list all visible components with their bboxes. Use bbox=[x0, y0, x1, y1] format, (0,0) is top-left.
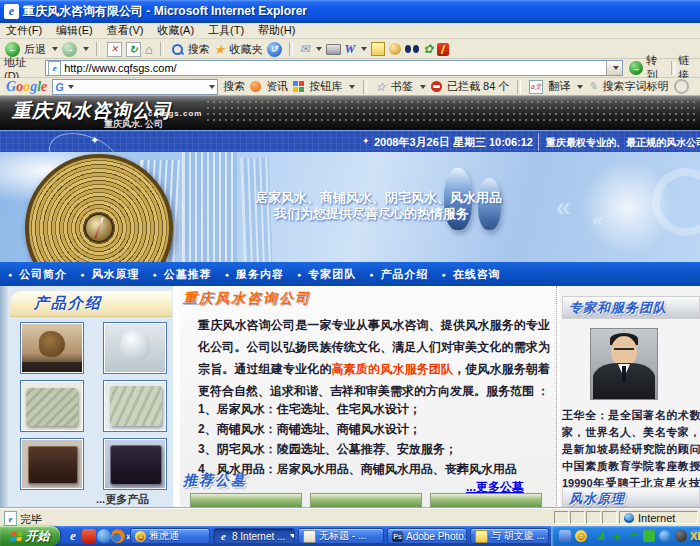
popup-blocker-icon[interactable] bbox=[431, 81, 442, 92]
print-icon[interactable] bbox=[326, 44, 341, 55]
go-icon[interactable]: → bbox=[629, 61, 643, 75]
mail-dropdown-icon[interactable] bbox=[316, 47, 322, 51]
blocked-count[interactable]: 已拦截 84 个 bbox=[447, 79, 509, 94]
forward-icon[interactable]: → bbox=[62, 42, 77, 57]
page-content: 产品介绍 ...更多产品 重庆风水咨询公司 重庆风水咨询公司是一家专业从事风水咨… bbox=[0, 286, 700, 508]
nav-item-online-consult[interactable]: ●在线咨询 bbox=[441, 267, 500, 282]
start-button[interactable]: 开始 bbox=[0, 526, 60, 546]
address-url[interactable]: http://www.cqfsgs.com/ bbox=[64, 62, 176, 74]
tray-hand-icon[interactable] bbox=[559, 530, 571, 542]
translate-label[interactable]: 翻译 bbox=[548, 79, 570, 94]
mail-icon[interactable]: ✉ bbox=[300, 42, 310, 56]
ie-window: e 重庆风水咨询有限公司 - Microsoft Internet Explor… bbox=[0, 0, 700, 546]
translate-dropdown-icon[interactable] bbox=[577, 85, 583, 89]
tray-dark-icon[interactable] bbox=[675, 530, 687, 542]
quicklaunch-thunder-icon[interactable] bbox=[82, 529, 96, 543]
messenger-icon[interactable] bbox=[371, 42, 385, 56]
tray-umbrella-icon[interactable]: ☂ bbox=[627, 530, 639, 542]
google-g-dropdown-icon[interactable] bbox=[68, 85, 74, 89]
translate-icon[interactable]: a文 bbox=[529, 80, 543, 94]
back-dropdown-icon[interactable] bbox=[52, 47, 58, 51]
edit-dropdown-icon[interactable] bbox=[361, 47, 367, 51]
tray-globe-icon[interactable] bbox=[659, 530, 671, 542]
task-yahoo-messenger[interactable]: ☺ 雅虎通 bbox=[130, 528, 210, 544]
menu-edit[interactable]: 编辑(E) bbox=[56, 23, 93, 38]
menu-file[interactable]: 文件(F) bbox=[6, 23, 42, 38]
menu-favorites[interactable]: 收藏(A) bbox=[157, 23, 194, 38]
button-gallery-dropdown-icon[interactable] bbox=[349, 85, 355, 89]
google-search-button[interactable]: 搜索 bbox=[223, 79, 245, 94]
edit-word-icon[interactable]: W bbox=[345, 42, 356, 57]
tray-smiley-icon[interactable]: ☺ bbox=[575, 530, 587, 542]
favorites-label[interactable]: 收藏夹 bbox=[230, 42, 263, 57]
badge-icon[interactable] bbox=[389, 43, 401, 55]
news-icon[interactable] bbox=[250, 81, 261, 92]
tray-person-icon[interactable]: ♟ bbox=[595, 530, 607, 542]
cemetery-photo[interactable] bbox=[310, 493, 422, 508]
task-ie-group[interactable]: e 8 Internet ... bbox=[213, 528, 295, 544]
more-products-link[interactable]: ...更多产品 bbox=[96, 492, 149, 507]
sparkle-icon: ✦ bbox=[90, 134, 99, 147]
product-thumbnail-jade-box[interactable] bbox=[103, 380, 167, 432]
home-icon[interactable]: ⌂ bbox=[145, 42, 153, 57]
title-bar: e 重庆风水咨询有限公司 - Microsoft Internet Explor… bbox=[0, 0, 700, 23]
favorites-star-icon[interactable]: ★ bbox=[214, 42, 226, 57]
search-icon[interactable] bbox=[171, 43, 184, 56]
menu-help[interactable]: 帮助(H) bbox=[258, 23, 295, 38]
menu-tools[interactable]: 工具(T) bbox=[208, 23, 244, 38]
product-thumbnail-wooden-urn[interactable] bbox=[103, 438, 167, 490]
stop-icon[interactable]: ✕ bbox=[107, 42, 122, 57]
cemetery-photo[interactable] bbox=[190, 493, 302, 508]
button-gallery-label[interactable]: 按钮库 bbox=[309, 79, 342, 94]
news-label[interactable]: 资讯 bbox=[266, 79, 288, 94]
service-item: 3、阴宅风水：陵园选址、公墓推荐、安放服务； bbox=[198, 439, 550, 459]
tray-square-icon[interactable] bbox=[643, 530, 655, 542]
nav-item-cemetery-recommend[interactable]: ●公墓推荐 bbox=[152, 267, 211, 282]
date-time-text: 2008年3月26日 星期三 10:06:12 bbox=[374, 135, 533, 150]
document-icon bbox=[303, 530, 316, 543]
highlight-pen-icon[interactable]: ✎ bbox=[588, 80, 597, 93]
button-gallery-icon[interactable] bbox=[293, 81, 304, 92]
address-input[interactable]: e http://www.cqfsgs.com/ bbox=[45, 60, 623, 76]
page-icon: e bbox=[48, 61, 61, 76]
bookmarks-label[interactable]: 书签 bbox=[391, 79, 413, 94]
quicklaunch-qq-icon[interactable] bbox=[97, 529, 111, 543]
task-chat-window[interactable]: 与 胡文慶 ... bbox=[470, 528, 549, 544]
tray-clover-icon[interactable]: ♣ bbox=[611, 530, 623, 542]
cemetery-photo[interactable] bbox=[430, 493, 542, 508]
thunder-download-icon[interactable] bbox=[437, 43, 449, 56]
quicklaunch-ie-icon[interactable]: e bbox=[66, 529, 80, 543]
nav-item-company-profile[interactable]: ●公司简介 bbox=[8, 267, 67, 282]
chat-note-icon bbox=[475, 530, 488, 543]
search-label[interactable]: 搜索 bbox=[188, 42, 210, 57]
product-thumbnail-crystal[interactable] bbox=[103, 322, 167, 374]
task-untitled-doc[interactable]: 无标题 - ... bbox=[298, 528, 384, 544]
arrow-art: « bbox=[592, 208, 603, 231]
settings-icon[interactable] bbox=[674, 79, 689, 94]
tray-thunder-icon[interactable]: XL bbox=[691, 530, 700, 542]
page-left-edge bbox=[0, 286, 8, 508]
article-paragraph: 重庆风水咨询公司是一家专业从事风水咨询、提供风水服务的专业化公司。公司以弘扬民族… bbox=[198, 314, 550, 402]
nav-item-expert-team[interactable]: ●专家团队 bbox=[297, 267, 356, 282]
google-input-dropdown-icon[interactable] bbox=[209, 85, 215, 89]
product-thumbnail-jade-box[interactable] bbox=[20, 380, 84, 432]
product-thumbnail-wooden-urn[interactable] bbox=[20, 438, 84, 490]
bookmarks-dropdown-icon[interactable] bbox=[420, 85, 426, 89]
menu-view[interactable]: 查看(V) bbox=[107, 23, 144, 38]
nav-item-products[interactable]: ●产品介绍 bbox=[369, 267, 428, 282]
separator bbox=[671, 61, 675, 75]
binoculars-icon[interactable] bbox=[405, 45, 419, 54]
flower-icon[interactable]: ✿ bbox=[423, 42, 433, 56]
google-search-input[interactable]: G bbox=[52, 79, 218, 95]
history-icon[interactable]: ↺ bbox=[267, 42, 282, 57]
nav-item-fengshui-principles[interactable]: ●风水原理 bbox=[80, 267, 139, 282]
address-dropdown-icon[interactable] bbox=[606, 61, 622, 75]
nav-item-services[interactable]: ●服务内容 bbox=[225, 267, 284, 282]
google-toolbar: Google G 搜索 资讯 按钮库 ☆ 书签 已拦截 84 个 a文 翻译 ✎… bbox=[0, 78, 700, 96]
article-column: 重庆风水咨询公司 重庆风水咨询公司是一家专业从事风水咨询、提供风水服务的专业化公… bbox=[180, 286, 557, 508]
product-thumbnail-bronze[interactable] bbox=[20, 322, 84, 374]
refresh-icon[interactable]: ↻ bbox=[126, 42, 141, 57]
task-photoshop[interactable]: Ps Adobe Photo... bbox=[387, 528, 467, 544]
forward-dropdown-icon[interactable] bbox=[83, 47, 89, 51]
bookmark-star-icon[interactable]: ☆ bbox=[375, 80, 386, 94]
